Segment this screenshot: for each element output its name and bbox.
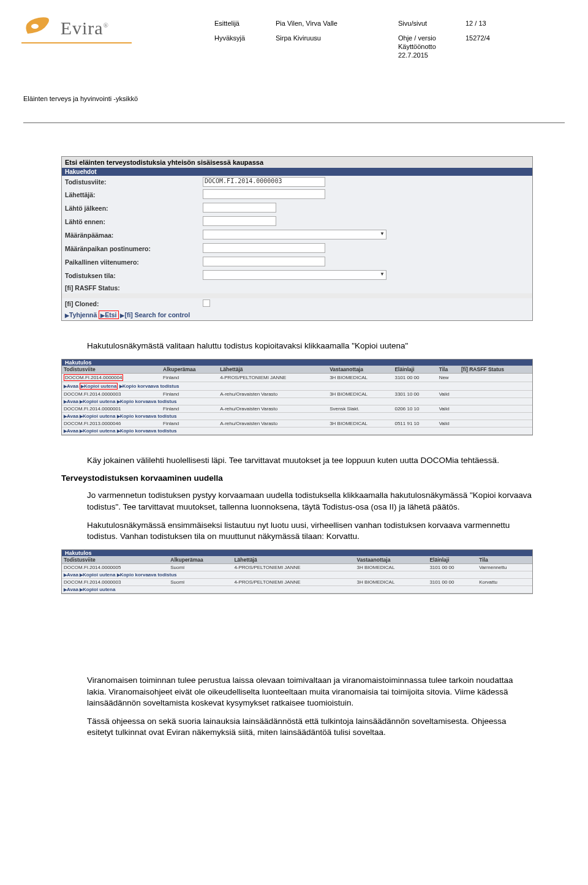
link-kopioi-uutena[interactable]: Kopioi uutena <box>83 572 115 578</box>
results-screenshot-1: Hakutulos Todistusviite Alkuperämaa Lähe… <box>61 359 533 435</box>
col-sender: Lähettäjä <box>218 366 328 374</box>
table-row: DOCOM.FI.2014.0000003FinlandA-rehu/Orava… <box>62 391 532 398</box>
table-actions-row: ▶Avaa ▶Kopioi uutena ▶Kopio korvaava tod… <box>62 413 532 420</box>
select-todistuksen-tila[interactable]: ▼ <box>203 270 386 280</box>
table-header-row: Todistusviite Alkuperämaa Lähettäjä Vast… <box>62 366 532 374</box>
lbl-lahto-jalkeen: Lähtö jälkeen: <box>65 203 203 213</box>
col-receiver: Vastaanottaja <box>328 366 393 374</box>
chevron-right-icon: ▶ <box>65 312 69 318</box>
table-row: DOCOM.FI.2014.0000005Suomi4-PROS/PELTONI… <box>62 564 532 571</box>
lbl-todistuksen-tila: Todistuksen tila: <box>65 271 203 281</box>
label-approver: Hyväksyjä <box>214 34 276 42</box>
col-ref: Todistusviite <box>62 556 168 564</box>
input-todistusviite[interactable]: DOCOM.FI.2014.0000003 <box>203 177 325 187</box>
label-page: Sivu/sivut <box>398 20 466 27</box>
link-kopio-korvaava[interactable]: Kopio korvaava todistus <box>120 572 177 578</box>
lbl-paikallinen-vn: Paikallinen viitenumero: <box>65 257 203 267</box>
table-row: DOCOM.FI.2014.0000001FinlandA-rehu/Orava… <box>62 405 532 413</box>
input-lahto-ennen[interactable] <box>203 216 276 226</box>
search-form-title: Etsi eläinten terveystodistuksia yhteisö… <box>62 157 532 168</box>
table-actions-row: ▶Avaa ▶Kopioi uutena ▶Kopio korvaava tod… <box>62 427 532 435</box>
results2-section: Hakutulos <box>62 550 532 556</box>
value-page: 12 / 13 <box>466 20 502 27</box>
col-country: Alkuperämaa <box>168 556 232 564</box>
table-actions-row: ▶Avaa ▶Kopioi uutena <box>62 586 532 593</box>
link-avaa[interactable]: Avaa <box>67 413 78 419</box>
logo-swoosh-icon <box>21 15 56 41</box>
search-form-screenshot: Etsi eläinten terveystodistuksia yhteisö… <box>61 156 533 321</box>
results1-section: Hakutulos <box>62 360 532 366</box>
link-kopio-korvaava[interactable]: Kopio korvaava todistus <box>120 413 177 419</box>
link-avaa[interactable]: Avaa <box>67 428 78 434</box>
link-etsi[interactable]: Etsi <box>105 311 116 318</box>
col-rasff: [fi] RASFF Status <box>459 366 532 374</box>
table-header-row: Todistusviite Alkuperämaa Lähettäjä Vast… <box>62 556 532 564</box>
col-species: Eläinlaji <box>428 556 477 564</box>
col-country: Alkuperämaa <box>161 366 218 374</box>
header-divider <box>23 122 565 123</box>
label-intro: Käyttöönotto <box>398 43 466 50</box>
link-avaa[interactable]: Avaa <box>67 572 78 578</box>
lbl-cloned: [fi] Cloned: <box>65 299 203 309</box>
input-maaranpaikan-pn[interactable] <box>203 243 325 253</box>
doc-header-table: Esittelijä Pia Vilen, Virva Valle Sivu/s… <box>214 20 521 66</box>
link-kopio-korvaava[interactable]: Kopio korvaava todistus <box>120 399 177 404</box>
results-screenshot-2: Hakutulos Todistusviite Alkuperämaa Lähe… <box>61 549 533 594</box>
chevron-down-icon: ▼ <box>380 271 385 277</box>
lbl-lahettaja: Lähettäjä: <box>65 190 203 200</box>
unit-subheader: Eläinten terveys ja hyvinvointi -yksikkö <box>23 95 138 102</box>
link-avaa[interactable]: Avaa <box>67 383 78 389</box>
link-kopio-korvaava[interactable]: Kopio korvaava todistus <box>123 383 179 389</box>
lbl-todistusviite: Todistusviite: <box>65 177 203 187</box>
table-actions-row: ▶Avaa ▶Kopioi uutena ▶Kopio korvaava tod… <box>62 382 532 391</box>
evira-logo: Evira® <box>21 15 132 43</box>
input-paikallinen-vn[interactable] <box>203 257 325 266</box>
value-presenter: Pia Vilen, Virva Valle <box>276 20 398 27</box>
col-status: Tila <box>437 366 459 374</box>
logo-underline <box>21 42 132 43</box>
input-lahettaja[interactable] <box>203 189 325 199</box>
link-kopio-korvaava[interactable]: Kopio korvaava todistus <box>120 428 177 434</box>
col-species: Eläinlaji <box>393 366 437 374</box>
paragraph-1: Hakutulosnäkymästä valitaan haluttu todi… <box>87 341 533 352</box>
paragraph-3a: Jo varmennetun todistuksen pystyy korvaa… <box>87 490 533 512</box>
value-version: 15272/4 <box>466 34 502 42</box>
link-avaa[interactable]: Avaa <box>67 399 78 404</box>
paragraph-5: Tässä ohjeessa on sekä suoria lainauksia… <box>87 716 533 738</box>
input-lahto-jalkeen[interactable] <box>203 203 276 213</box>
link-tyhjenna[interactable]: Tyhjennä <box>69 311 97 318</box>
col-receiver: Vastaanottaja <box>355 556 428 564</box>
table-actions-row: ▶Avaa ▶Kopioi uutena ▶Kopio korvaava tod… <box>62 398 532 405</box>
lbl-maaranpaamaa: Määränpäämaa: <box>65 230 203 240</box>
table-row: DOCOM.FI.2014.0000004Finland4-PROS/PELTO… <box>62 374 532 382</box>
lbl-lahto-ennen: Lähtö ennen: <box>65 217 203 227</box>
heading-korvaaminen: Terveystodistuksen korvaaminen uudella <box>61 473 533 483</box>
lbl-maaranpaikan-pn: Määränpaikan postinumero: <box>65 244 203 254</box>
value-approver: Sirpa Kiviruusu <box>276 34 398 42</box>
paragraph-4: Viranomaisen toiminnan tulee perustua la… <box>87 675 533 709</box>
col-ref: Todistusviite <box>62 366 161 374</box>
label-date: 22.7.2015 <box>398 51 466 59</box>
label-version: Ohje / versio <box>398 34 466 42</box>
col-status: Tila <box>477 556 532 564</box>
paragraph-2: Käy jokainen välilehti huolellisesti läp… <box>87 455 533 466</box>
chevron-down-icon: ▼ <box>380 231 385 236</box>
link-kopioi-uutena[interactable]: Kopioi uutena <box>83 587 115 592</box>
label-presenter: Esittelijä <box>214 20 276 27</box>
search-form-section: Hakuehdot <box>62 168 532 176</box>
table-row: DOCOM.FI.2014.0000003Suomi4-PROS/PELTONI… <box>62 579 532 586</box>
select-maaranpaamaa[interactable]: ▼ <box>203 230 386 239</box>
checkbox-cloned[interactable] <box>203 299 210 307</box>
svg-point-0 <box>31 24 39 29</box>
link-avaa[interactable]: Avaa <box>67 587 78 592</box>
lbl-rasff-status: [fi] RASFF Status: <box>65 283 203 293</box>
table-actions-row: ▶Avaa ▶Kopioi uutena ▶Kopio korvaava tod… <box>62 571 532 579</box>
logo-text: Evira® <box>61 18 109 39</box>
col-sender: Lähettäjä <box>232 556 355 564</box>
link-search-control[interactable]: [fi] Search for control <box>124 311 190 318</box>
table-row: DOCOM.FI.2013.0000046FinlandA-rehu/Orava… <box>62 420 532 427</box>
paragraph-3b: Hakutulosnäkymässä ensimmäiseksi listaut… <box>87 520 533 542</box>
